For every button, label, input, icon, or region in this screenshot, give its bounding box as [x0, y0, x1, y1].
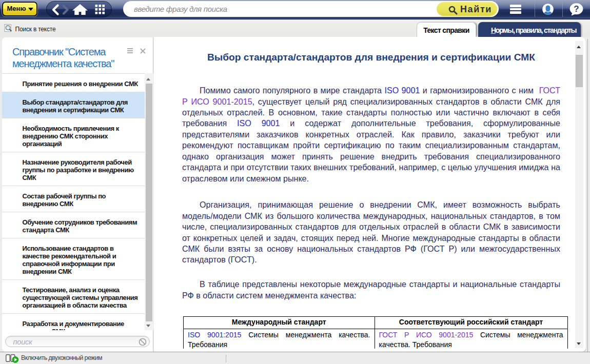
svg-text:?: ? [574, 4, 579, 14]
